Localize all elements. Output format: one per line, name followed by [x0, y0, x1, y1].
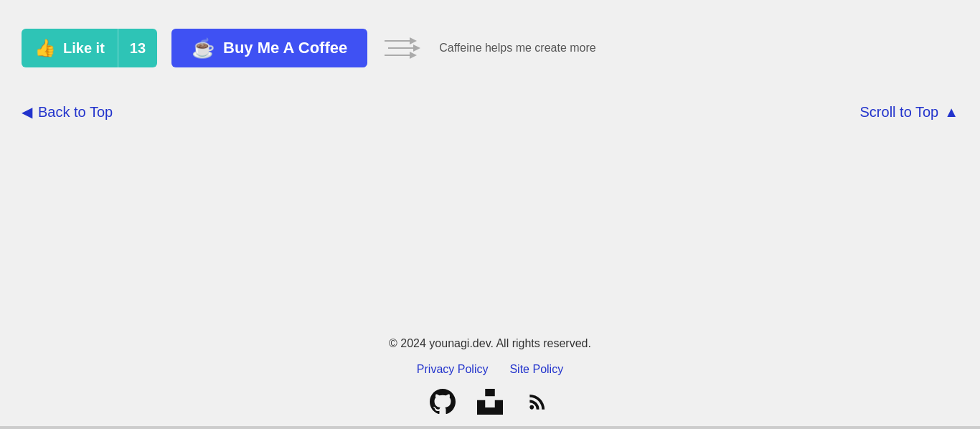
privacy-policy-link[interactable]: Privacy Policy [417, 363, 489, 376]
like-count: 13 [118, 40, 157, 57]
scroll-to-top-label: Scroll to Top [860, 104, 939, 121]
like-button-main: 👍 Like it [22, 38, 118, 58]
caffeine-text: Caffeine helps me create more [439, 42, 595, 55]
coffee-icon: ☕ [192, 37, 215, 60]
unsplash-link[interactable] [477, 389, 503, 415]
unsplash-icon [477, 389, 503, 415]
like-button[interactable]: 👍 Like it 13 [22, 29, 157, 67]
buy-coffee-label: Buy Me A Coffee [223, 39, 347, 57]
copyright-text: © 2024 younagi.dev. All rights reserved. [389, 337, 591, 350]
rss-icon [526, 390, 549, 413]
like-label: Like it [63, 40, 105, 57]
rss-link[interactable] [524, 389, 550, 415]
scroll-to-top-link[interactable]: Scroll to Top ▲ [860, 104, 958, 121]
footer: © 2024 younagi.dev. All rights reserved.… [22, 337, 958, 415]
footer-icons [430, 389, 550, 415]
back-to-top-label: Back to Top [38, 104, 113, 121]
github-icon [430, 389, 456, 415]
nav-row: ◀ Back to Top Scroll to Top ▲ [22, 103, 958, 121]
left-arrow-icon: ◀ [22, 103, 32, 121]
buy-coffee-button[interactable]: ☕ Buy Me A Coffee [171, 29, 367, 67]
up-arrow-icon: ▲ [944, 104, 958, 121]
svg-marker-1 [410, 37, 417, 44]
thumbs-up-icon: 👍 [34, 38, 56, 58]
site-policy-link[interactable]: Site Policy [509, 363, 563, 376]
bottom-bar [0, 426, 980, 429]
arrow-decoration [385, 34, 420, 62]
footer-links: Privacy Policy Site Policy [417, 363, 563, 376]
github-link[interactable] [430, 389, 456, 415]
svg-marker-3 [413, 44, 420, 52]
back-to-top-link[interactable]: ◀ Back to Top [22, 103, 113, 121]
action-bar: 👍 Like it 13 ☕ Buy Me A Coffee Caffeine … [22, 29, 958, 67]
page-wrapper: 👍 Like it 13 ☕ Buy Me A Coffee Caffeine … [0, 0, 980, 429]
svg-marker-5 [410, 52, 417, 59]
